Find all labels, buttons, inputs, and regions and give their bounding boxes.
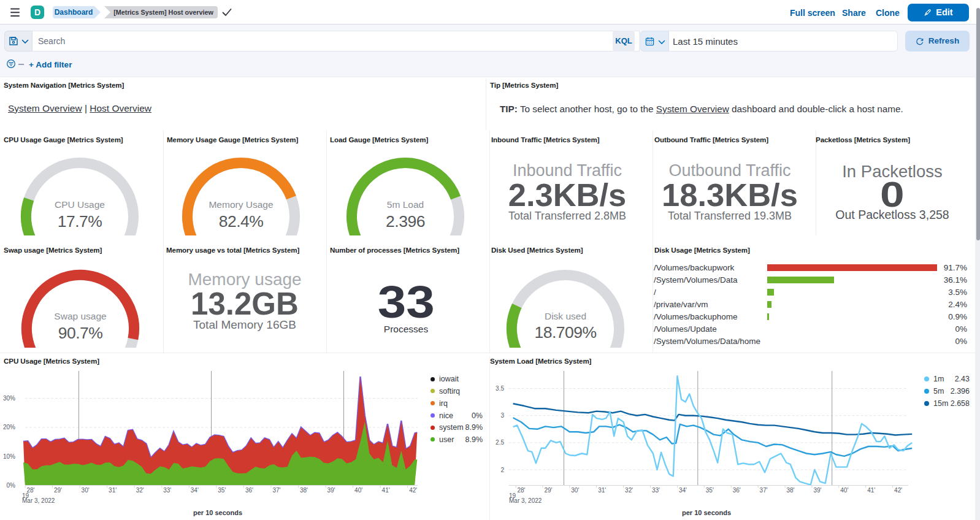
svg-text:35': 35' xyxy=(706,487,714,494)
svg-text:Memory Usage: Memory Usage xyxy=(209,199,273,210)
svg-text:41': 41' xyxy=(382,487,390,494)
svg-text:39': 39' xyxy=(327,487,335,494)
svg-text:31': 31' xyxy=(598,487,606,494)
svg-text:82.4%: 82.4% xyxy=(219,212,264,231)
svg-text:33': 33' xyxy=(163,487,171,494)
svg-text:28': 28' xyxy=(518,487,526,494)
svg-text:34': 34' xyxy=(191,487,199,494)
svg-text:32': 32' xyxy=(136,487,144,494)
svg-text:Swap usage: Swap usage xyxy=(54,311,106,321)
svg-text:33': 33' xyxy=(652,487,660,494)
svg-text:30%: 30% xyxy=(3,395,15,402)
svg-text:36': 36' xyxy=(733,487,741,494)
svg-text:40': 40' xyxy=(840,487,848,494)
svg-text:37': 37' xyxy=(760,487,768,494)
svg-text:29': 29' xyxy=(54,487,62,494)
svg-text:2.396: 2.396 xyxy=(386,212,425,231)
svg-text:34': 34' xyxy=(679,487,687,494)
svg-text:per 10 seconds: per 10 seconds xyxy=(193,509,242,516)
svg-text:38': 38' xyxy=(787,487,795,494)
svg-text:Mar 3, 2022: Mar 3, 2022 xyxy=(22,497,55,504)
svg-text:32': 32' xyxy=(625,487,633,494)
svg-text:42': 42' xyxy=(409,487,417,494)
svg-text:20%: 20% xyxy=(3,424,15,430)
svg-text:0%: 0% xyxy=(7,482,16,489)
svg-text:35': 35' xyxy=(218,487,226,494)
svg-text:36': 36' xyxy=(245,487,253,494)
svg-text:40': 40' xyxy=(354,487,362,494)
svg-text:18.709%: 18.709% xyxy=(534,323,596,342)
svg-text:3.5: 3.5 xyxy=(496,385,504,392)
svg-text:42': 42' xyxy=(894,487,902,494)
svg-text:5m Load: 5m Load xyxy=(387,199,424,210)
svg-text:37': 37' xyxy=(272,487,280,494)
svg-text:per 10 seconds: per 10 seconds xyxy=(682,509,731,516)
svg-text:39': 39' xyxy=(813,487,821,494)
svg-text:2: 2 xyxy=(500,467,504,473)
svg-text:38': 38' xyxy=(300,487,308,494)
svg-text:41': 41' xyxy=(867,487,875,494)
svg-text:30': 30' xyxy=(82,487,90,494)
svg-text:Disk used: Disk used xyxy=(545,311,586,321)
svg-text:10%: 10% xyxy=(3,453,15,460)
svg-text:CPU Usage: CPU Usage xyxy=(55,199,105,210)
svg-text:2.5: 2.5 xyxy=(496,439,504,446)
svg-text:90.7%: 90.7% xyxy=(58,324,103,342)
svg-text:Mar 3, 2022: Mar 3, 2022 xyxy=(509,497,542,504)
svg-text:31': 31' xyxy=(109,487,117,494)
svg-text:29': 29' xyxy=(544,487,552,494)
svg-text:3: 3 xyxy=(500,412,504,419)
svg-text:17.7%: 17.7% xyxy=(58,212,102,231)
svg-text:30': 30' xyxy=(571,487,579,494)
